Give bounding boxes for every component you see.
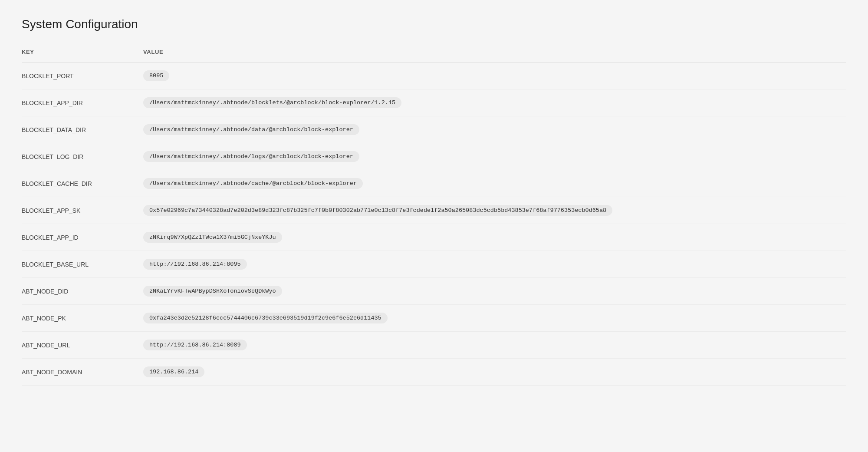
config-value-badge: zNKirq9W7XpQZz1TWcw1X37mi5GCjNxeYKJu <box>143 232 282 243</box>
config-key: ABT_NODE_PK <box>22 305 143 332</box>
config-key: ABT_NODE_DOMAIN <box>22 359 143 386</box>
config-value-badge: 8095 <box>143 70 169 81</box>
page-title: System Configuration <box>22 17 846 31</box>
config-key: BLOCKLET_CACHE_DIR <box>22 170 143 197</box>
config-value-badge: 192.168.86.214 <box>143 366 204 377</box>
config-key: BLOCKLET_APP_SK <box>22 197 143 224</box>
table-row: BLOCKLET_DATA_DIR/Users/mattmckinney/.ab… <box>22 116 846 143</box>
config-value-badge: /Users/mattmckinney/.abtnode/cache/@arcb… <box>143 178 363 189</box>
config-value-cell: zNKaLYrvKFTwAPBypDSHXoToniovSeQDkWyo <box>143 278 846 305</box>
config-key: BLOCKLET_APP_DIR <box>22 89 143 116</box>
table-row: ABT_NODE_PK0xfa243e3d2e52128f6ccc5744406… <box>22 305 846 332</box>
config-key: BLOCKLET_DATA_DIR <box>22 116 143 143</box>
config-value-cell: http://192.168.86.214:8089 <box>143 332 846 359</box>
config-value-badge: /Users/mattmckinney/.abtnode/data/@arcbl… <box>143 124 359 135</box>
column-header-key: KEY <box>22 49 143 63</box>
table-row: BLOCKLET_PORT8095 <box>22 63 846 89</box>
config-key: BLOCKLET_PORT <box>22 63 143 89</box>
config-value-cell: 0x57e02969c7a73440328ad7e202d3e89d323fc8… <box>143 197 846 224</box>
config-value-badge: /Users/mattmckinney/.abtnode/logs/@arcbl… <box>143 151 359 162</box>
table-row: BLOCKLET_APP_DIR/Users/mattmckinney/.abt… <box>22 89 846 116</box>
config-value-cell: /Users/mattmckinney/.abtnode/logs/@arcbl… <box>143 143 846 170</box>
config-key: BLOCKLET_BASE_URL <box>22 251 143 278</box>
table-row: ABT_NODE_DOMAIN192.168.86.214 <box>22 359 846 386</box>
config-value-cell: /Users/mattmckinney/.abtnode/blocklets/@… <box>143 89 846 116</box>
table-row: BLOCKLET_APP_SK0x57e02969c7a73440328ad7e… <box>22 197 846 224</box>
config-value-cell: /Users/mattmckinney/.abtnode/cache/@arcb… <box>143 170 846 197</box>
table-row: BLOCKLET_CACHE_DIR/Users/mattmckinney/.a… <box>22 170 846 197</box>
config-key: ABT_NODE_DID <box>22 278 143 305</box>
table-row: BLOCKLET_APP_IDzNKirq9W7XpQZz1TWcw1X37mi… <box>22 224 846 251</box>
column-header-value: VALUE <box>143 49 846 63</box>
table-row: ABT_NODE_URLhttp://192.168.86.214:8089 <box>22 332 846 359</box>
config-value-cell: 8095 <box>143 63 846 89</box>
config-key: BLOCKLET_APP_ID <box>22 224 143 251</box>
config-value-cell: 0xfa243e3d2e52128f6ccc5744406c6739c33e69… <box>143 305 846 332</box>
config-value-cell: http://192.168.86.214:8095 <box>143 251 846 278</box>
config-value-badge: 0x57e02969c7a73440328ad7e202d3e89d323fc8… <box>143 205 612 216</box>
config-table: KEY VALUE BLOCKLET_PORT8095BLOCKLET_APP_… <box>22 49 846 386</box>
table-row: ABT_NODE_DIDzNKaLYrvKFTwAPBypDSHXoToniov… <box>22 278 846 305</box>
config-key: ABT_NODE_URL <box>22 332 143 359</box>
table-row: BLOCKLET_BASE_URLhttp://192.168.86.214:8… <box>22 251 846 278</box>
config-value-badge: zNKaLYrvKFTwAPBypDSHXoToniovSeQDkWyo <box>143 286 282 297</box>
config-key: BLOCKLET_LOG_DIR <box>22 143 143 170</box>
config-value-badge: http://192.168.86.214:8095 <box>143 259 247 270</box>
config-value-cell: /Users/mattmckinney/.abtnode/data/@arcbl… <box>143 116 846 143</box>
config-value-cell: 192.168.86.214 <box>143 359 846 386</box>
config-value-badge: 0xfa243e3d2e52128f6ccc5744406c6739c33e69… <box>143 313 388 323</box>
config-value-badge: /Users/mattmckinney/.abtnode/blocklets/@… <box>143 97 401 108</box>
table-row: BLOCKLET_LOG_DIR/Users/mattmckinney/.abt… <box>22 143 846 170</box>
config-value-cell: zNKirq9W7XpQZz1TWcw1X37mi5GCjNxeYKJu <box>143 224 846 251</box>
config-value-badge: http://192.168.86.214:8089 <box>143 340 247 350</box>
